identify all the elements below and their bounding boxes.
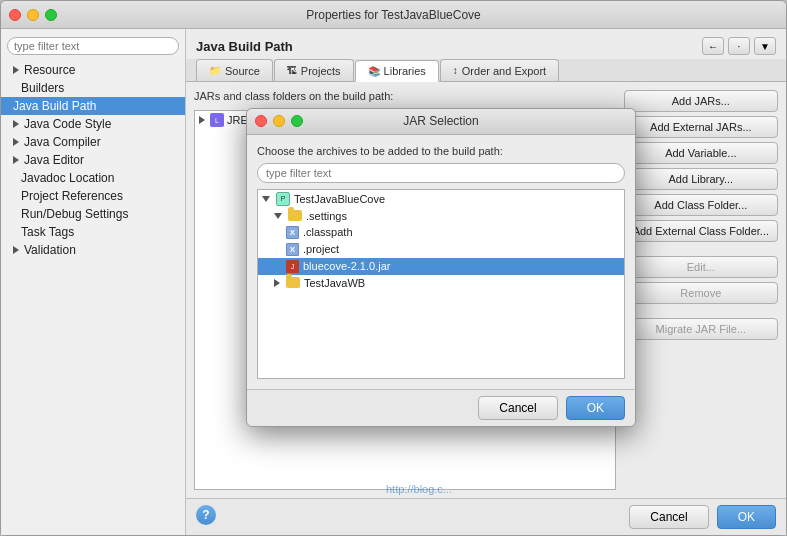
expand-icon bbox=[274, 279, 280, 287]
header-controls: ← · ▼ bbox=[702, 37, 776, 55]
cancel-button[interactable]: Cancel bbox=[629, 505, 708, 529]
sidebar-item-label: Java Compiler bbox=[24, 135, 101, 149]
jar-icon: J bbox=[286, 260, 299, 273]
content-area: Java Build Path ← · ▼ 📁 Source 🏗 bbox=[186, 29, 786, 535]
title-bar: Properties for TestJavaBlueCove bbox=[1, 1, 786, 29]
modal-title: JAR Selection bbox=[403, 114, 478, 128]
modal-tree-label: .classpath bbox=[303, 226, 353, 238]
traffic-lights bbox=[9, 9, 57, 21]
sidebar-item-label: Task Tags bbox=[21, 225, 74, 239]
sidebar-item-label: Project References bbox=[21, 189, 123, 203]
x-file-icon: X bbox=[286, 226, 299, 239]
sidebar-item-label: Resource bbox=[24, 63, 75, 77]
sidebar-item-label: Javadoc Location bbox=[21, 171, 114, 185]
right-buttons-panel: Add JARs... Add External JARs... Add Var… bbox=[624, 90, 778, 490]
tab-projects[interactable]: 🏗 Projects bbox=[274, 59, 354, 81]
remove-button[interactable]: Remove bbox=[624, 282, 778, 304]
modal-ok-button[interactable]: OK bbox=[566, 396, 625, 420]
sidebar-item-validation[interactable]: Validation bbox=[1, 241, 185, 259]
sidebar-item-label: Java Build Path bbox=[13, 99, 96, 113]
modal-tree-label: .settings bbox=[306, 210, 347, 222]
modal-tree-label: TestJavaWB bbox=[304, 277, 365, 289]
jar-selection-modal: JAR Selection Choose the archives to be … bbox=[246, 108, 636, 427]
sidebar-item-label: Java Editor bbox=[24, 153, 84, 167]
expand-icon bbox=[13, 156, 19, 164]
section-title: Java Build Path bbox=[196, 39, 293, 54]
tab-libraries-label: Libraries bbox=[384, 65, 426, 77]
modal-tree-label: .project bbox=[303, 243, 339, 255]
tab-libraries[interactable]: 📚 Libraries bbox=[355, 60, 439, 82]
add-jars-button[interactable]: Add JARs... bbox=[624, 90, 778, 112]
modal-cancel-button[interactable]: Cancel bbox=[478, 396, 557, 420]
add-external-class-folder-button[interactable]: Add External Class Folder... bbox=[624, 220, 778, 242]
migrate-jar-button[interactable]: Migrate JAR File... bbox=[624, 318, 778, 340]
expand-icon bbox=[13, 66, 19, 74]
maximize-button[interactable] bbox=[45, 9, 57, 21]
modal-tree: P TestJavaBlueCove .settings bbox=[257, 189, 625, 379]
modal-tree-label: TestJavaBlueCove bbox=[294, 193, 385, 205]
sidebar-item-java-build-path[interactable]: Java Build Path bbox=[1, 97, 185, 115]
modal-filter-input[interactable] bbox=[257, 163, 625, 183]
modal-close-button[interactable] bbox=[255, 115, 267, 127]
sidebar-item-label: Run/Debug Settings bbox=[21, 207, 128, 221]
sidebar-item-label: Java Code Style bbox=[24, 117, 111, 131]
modal-tree-root[interactable]: P TestJavaBlueCove bbox=[258, 190, 624, 208]
expand-icon bbox=[13, 120, 19, 128]
source-tab-icon: 📁 bbox=[209, 65, 221, 76]
sidebar-item-java-editor[interactable]: Java Editor bbox=[1, 151, 185, 169]
modal-bottom-bar: Cancel OK bbox=[247, 389, 635, 426]
expand-icon bbox=[13, 138, 19, 146]
window-body: Resource Builders Java Build Path Java C… bbox=[1, 29, 786, 535]
library-icon: L bbox=[210, 113, 224, 127]
modal-tree-label: bluecove-2.1.0.jar bbox=[303, 260, 390, 272]
folder-icon bbox=[288, 210, 302, 221]
sidebar-item-javadoc-location[interactable]: Javadoc Location bbox=[1, 169, 185, 187]
sidebar-item-resource[interactable]: Resource bbox=[1, 61, 185, 79]
modal-body: Choose the archives to be added to the b… bbox=[247, 135, 635, 389]
tab-order-export[interactable]: ↕ Order and Export bbox=[440, 59, 559, 81]
tab-source-label: Source bbox=[225, 65, 260, 77]
expand-icon bbox=[13, 246, 19, 254]
sidebar: Resource Builders Java Build Path Java C… bbox=[1, 29, 186, 535]
sidebar-item-java-compiler[interactable]: Java Compiler bbox=[1, 133, 185, 151]
modal-maximize-button[interactable] bbox=[291, 115, 303, 127]
edit-button[interactable]: Edit... bbox=[624, 256, 778, 278]
sidebar-item-project-references[interactable]: Project References bbox=[1, 187, 185, 205]
sidebar-item-java-code-style[interactable]: Java Code Style bbox=[1, 115, 185, 133]
close-button[interactable] bbox=[9, 9, 21, 21]
add-class-folder-button[interactable]: Add Class Folder... bbox=[624, 194, 778, 216]
tabs-row: 📁 Source 🏗 Projects 📚 Libraries ↕ Order … bbox=[186, 59, 786, 82]
projects-tab-icon: 🏗 bbox=[287, 65, 297, 76]
modal-tree-bluecove-jar[interactable]: J bluecove-2.1.0.jar bbox=[258, 258, 624, 275]
modal-title-bar: JAR Selection bbox=[247, 109, 635, 135]
section-header: Java Build Path ← · ▼ bbox=[186, 29, 786, 59]
sidebar-item-run-debug[interactable]: Run/Debug Settings bbox=[1, 205, 185, 223]
add-library-button[interactable]: Add Library... bbox=[624, 168, 778, 190]
add-variable-button[interactable]: Add Variable... bbox=[624, 142, 778, 164]
menu-button[interactable]: ▼ bbox=[754, 37, 776, 55]
back-button[interactable]: ← bbox=[702, 37, 724, 55]
tab-source[interactable]: 📁 Source bbox=[196, 59, 273, 81]
sidebar-filter-input[interactable] bbox=[7, 37, 179, 55]
modal-tree-classpath[interactable]: X .classpath bbox=[258, 224, 624, 241]
modal-tree-testjavawb[interactable]: TestJavaWB bbox=[258, 275, 624, 291]
minimize-button[interactable] bbox=[27, 9, 39, 21]
forward-button[interactable]: · bbox=[728, 37, 750, 55]
modal-minimize-button[interactable] bbox=[273, 115, 285, 127]
modal-tree-project-file[interactable]: X .project bbox=[258, 241, 624, 258]
tab-projects-label: Projects bbox=[301, 65, 341, 77]
help-button[interactable]: ? bbox=[196, 505, 216, 525]
sidebar-item-task-tags[interactable]: Task Tags bbox=[1, 223, 185, 241]
modal-tree-settings[interactable]: .settings bbox=[258, 208, 624, 224]
sidebar-item-label: Builders bbox=[21, 81, 64, 95]
window-title: Properties for TestJavaBlueCove bbox=[306, 8, 481, 22]
expand-icon bbox=[199, 116, 205, 124]
order-export-tab-icon: ↕ bbox=[453, 65, 458, 76]
x-file-icon: X bbox=[286, 243, 299, 256]
sidebar-item-builders[interactable]: Builders bbox=[1, 79, 185, 97]
sidebar-item-label: Validation bbox=[24, 243, 76, 257]
ok-button[interactable]: OK bbox=[717, 505, 776, 529]
main-bottom-bar: ? Cancel OK bbox=[186, 498, 786, 535]
main-window: Properties for TestJavaBlueCove Resource… bbox=[0, 0, 787, 536]
add-external-jars-button[interactable]: Add External JARs... bbox=[624, 116, 778, 138]
